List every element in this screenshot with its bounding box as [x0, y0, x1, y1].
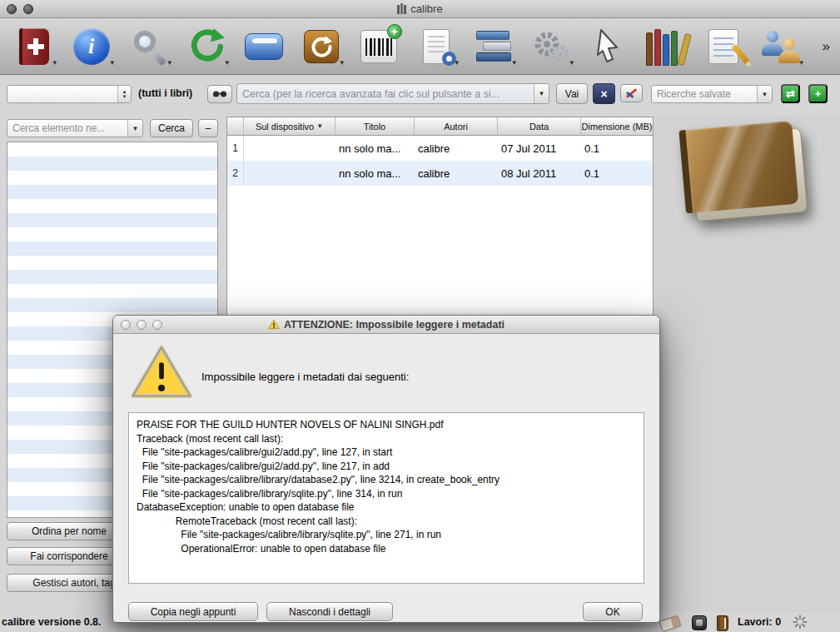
- toolbar-pointer-button[interactable]: [579, 21, 637, 72]
- tag-browser-find-input[interactable]: [7, 120, 127, 137]
- dialog-window-controls: [121, 320, 162, 330]
- toolbar-send-to-device-button[interactable]: [235, 21, 292, 72]
- books-stack-icon: [476, 31, 511, 62]
- highlight-icon: [625, 87, 638, 99]
- cell-authors[interactable]: calibre: [415, 167, 498, 180]
- stepper-arrows-icon[interactable]: ▲▼: [117, 86, 131, 102]
- device-icon: [245, 33, 283, 60]
- search-icon: [131, 28, 167, 65]
- copy-to-clipboard-button[interactable]: Copia negli appunti: [128, 602, 258, 621]
- library-restriction-combo[interactable]: ▲▼: [7, 85, 132, 103]
- gears-icon: [532, 27, 570, 66]
- pointer-arrow-icon: [594, 28, 623, 65]
- warning-triangle-icon: [130, 344, 193, 401]
- column-header-authors[interactable]: Autori: [415, 117, 498, 135]
- chevron-down-icon[interactable]: ▼: [757, 86, 772, 102]
- warning-dialog: ATTENZIONE: Impossibile leggere i metada…: [112, 315, 660, 623]
- dialog-close-button[interactable]: [121, 320, 131, 330]
- table-row[interactable]: 2 nn solo ma... calibre 08 Jul 2011 0.1: [227, 161, 653, 186]
- jobs-label[interactable]: Lavori: 0: [738, 616, 781, 628]
- toolbar-preferences-button[interactable]: ▾: [522, 21, 579, 72]
- dialog-message: Impossibile leggere i metadati dai segue…: [201, 371, 409, 383]
- book-cover[interactable]: [678, 120, 811, 224]
- saved-searches-combo[interactable]: ▼: [651, 85, 773, 103]
- view-page-icon: [423, 29, 450, 64]
- search-input[interactable]: [237, 84, 534, 103]
- toolbar-users-button[interactable]: ▾: [752, 21, 809, 72]
- cell-size[interactable]: 0.1: [581, 167, 653, 180]
- table-header: Sul dispositivo ▼ Titolo Autori Data Dim…: [227, 117, 653, 136]
- add-saved-search-button[interactable]: +: [808, 84, 828, 103]
- toolbar-library-stack-button[interactable]: ▾: [465, 21, 522, 72]
- clear-x-icon: ×: [600, 87, 607, 101]
- dropdown-arrow-icon[interactable]: ▾: [512, 58, 516, 67]
- search-go-button[interactable]: Vai: [556, 83, 588, 104]
- search-row: ▲▼ (tutti i libri) ▼ Vai × ▼ ⇄ +: [0, 75, 840, 115]
- saved-searches-input[interactable]: [652, 86, 757, 102]
- toolbar-edit-metadata-button[interactable]: i ▾: [62, 21, 120, 72]
- row-number: 2: [227, 161, 244, 186]
- version-label: calibre versione 0.8.: [2, 616, 102, 628]
- info-icon: i: [73, 28, 110, 65]
- cell-date[interactable]: 07 Jul 2011: [498, 142, 581, 155]
- column-header-size[interactable]: Dimensione (MB): [581, 117, 653, 135]
- calibre-window: calibre ▾ i ▾ ▾ ▾: [0, 0, 840, 632]
- sort-arrow-icon: ▼: [316, 122, 323, 130]
- dialog-title: ATTENZIONE: Impossibile leggere i metada…: [284, 319, 504, 331]
- tag-browser-collapse-button[interactable]: –: [198, 119, 218, 137]
- cell-title[interactable]: nn solo ma...: [336, 167, 415, 180]
- search-combo[interactable]: ▼: [236, 83, 549, 104]
- toolbar-get-books-button[interactable]: +: [350, 21, 407, 72]
- eraser-icon[interactable]: [659, 615, 681, 632]
- dropdown-arrow-icon[interactable]: ▾: [340, 58, 344, 67]
- dialog-zoom-button[interactable]: [152, 320, 162, 330]
- toolbar-view-button[interactable]: ▾: [407, 21, 465, 72]
- clear-search-button[interactable]: ×: [593, 83, 615, 104]
- table-row[interactable]: 1 nn solo ma... calibre 07 Jul 2011 0.1: [227, 136, 653, 161]
- book-details-panel: [654, 117, 840, 612]
- dropdown-arrow-icon[interactable]: ▾: [52, 58, 57, 67]
- column-header-title[interactable]: Titolo: [336, 117, 415, 135]
- tag-browser-find-combo[interactable]: ▼: [7, 119, 143, 137]
- dialog-details-box[interactable]: PRAISE FOR THE GUILD HUNTER NOVELS OF NA…: [128, 412, 644, 584]
- column-header-on-device[interactable]: Sul dispositivo ▼: [244, 117, 336, 135]
- bookshelf-icon: [646, 27, 686, 66]
- library-restriction-input[interactable]: [7, 86, 117, 102]
- barcode-icon: +: [360, 30, 397, 63]
- highlight-results-button[interactable]: [620, 84, 643, 102]
- toolbar-convert-books-button[interactable]: ▾: [177, 21, 235, 72]
- toolbar-fetch-news-button[interactable]: ▾: [292, 21, 350, 72]
- dropdown-arrow-icon[interactable]: ▾: [167, 58, 171, 67]
- titlebar[interactable]: calibre: [0, 0, 840, 18]
- chevron-down-icon[interactable]: ▼: [534, 84, 549, 103]
- dropdown-arrow-icon[interactable]: ▾: [110, 58, 114, 67]
- cell-authors[interactable]: calibre: [415, 142, 498, 155]
- calibre-logo-icon: [397, 3, 406, 14]
- dropdown-arrow-icon[interactable]: ▾: [225, 58, 229, 67]
- cell-size[interactable]: 0.1: [581, 142, 653, 155]
- chevron-down-icon[interactable]: ▼: [127, 120, 142, 137]
- toolbar-search-button[interactable]: ▾: [120, 21, 177, 72]
- dropdown-arrow-icon[interactable]: ▾: [799, 58, 803, 67]
- choose-library-button[interactable]: [207, 85, 232, 103]
- toolbar-overflow-chevron[interactable]: »: [823, 38, 835, 55]
- jobs-spinner-icon[interactable]: [793, 615, 808, 630]
- column-header-date[interactable]: Data: [498, 117, 581, 135]
- cell-title[interactable]: nn solo ma...: [336, 142, 415, 155]
- tag-browser-find-button[interactable]: Cerca: [150, 119, 193, 137]
- cell-date[interactable]: 08 Jul 2011: [498, 167, 581, 180]
- toolbar-edit-notes-button[interactable]: [694, 21, 752, 72]
- dropdown-arrow-icon[interactable]: ▾: [455, 58, 459, 67]
- dialog-minimize-button[interactable]: [137, 320, 147, 330]
- hide-details-button[interactable]: Nascondi i dettagli: [266, 602, 393, 621]
- copy-to-saved-search-button[interactable]: ⇄: [781, 84, 800, 103]
- dropdown-arrow-icon[interactable]: ▾: [569, 58, 574, 67]
- cover-grid-toggle-icon[interactable]: [692, 615, 707, 630]
- book-details-toggle-icon[interactable]: [717, 615, 728, 631]
- ok-button[interactable]: OK: [583, 602, 643, 621]
- dialog-titlebar[interactable]: ATTENZIONE: Impossibile leggere i metada…: [113, 316, 659, 334]
- fetch-news-icon: [304, 30, 339, 63]
- toolbar-library-shelf-button[interactable]: [637, 21, 694, 72]
- toolbar-add-books-button[interactable]: ▾: [5, 21, 62, 72]
- book-front-cover: [678, 121, 798, 213]
